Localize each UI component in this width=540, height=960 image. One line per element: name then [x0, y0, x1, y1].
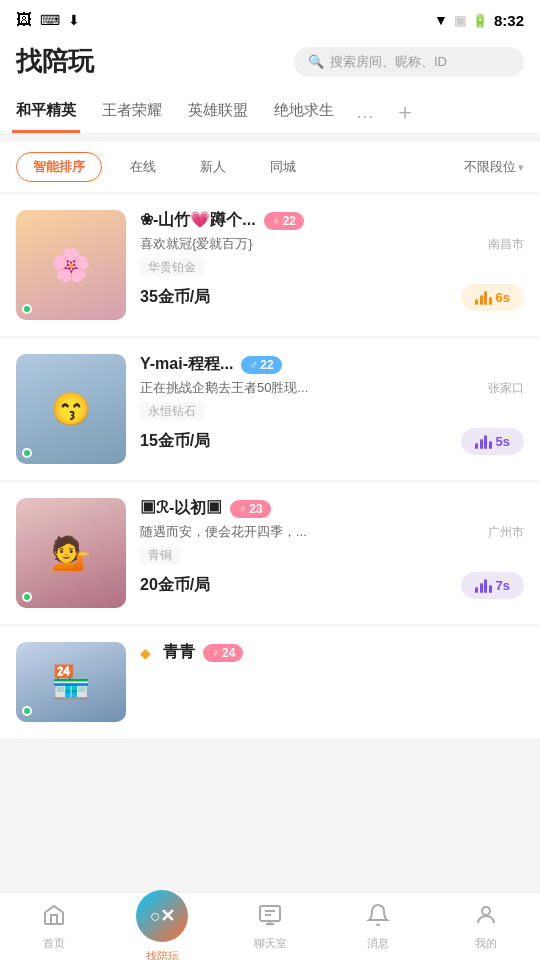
page-title: 找陪玩 [16, 44, 94, 79]
play-btn-1[interactable]: 6s [461, 284, 524, 311]
search-bar[interactable]: 🔍 搜索房间、昵称、ID [294, 47, 524, 77]
price-1: 35金币/局 [140, 287, 210, 308]
nav-find[interactable]: ○✕ 找陪玩 [108, 890, 216, 961]
rank-3: 青铜 [140, 546, 180, 564]
nav-mine[interactable]: 我的 [432, 903, 540, 951]
avatar-img-1: 🌸 [16, 210, 126, 320]
card-desc-2: 正在挑战企鹅去王者50胜现... 张家口 [140, 379, 524, 397]
filter-online[interactable]: 在线 [114, 153, 172, 181]
clock: 8:32 [494, 12, 524, 29]
filter-bar: 智能排序 在线 新人 同城 不限段位 ▾ [0, 142, 540, 192]
location-1: 南昌市 [488, 236, 524, 253]
player-card-4[interactable]: 🏪 ◆ 青青 ♀ 24 [0, 626, 540, 738]
play-time-3: 7s [496, 578, 510, 593]
card-desc-1: 喜欢就冠{爱就百万} 南昌市 [140, 235, 524, 253]
gender-badge-3: ♀ 23 [230, 500, 270, 518]
mine-icon [474, 903, 498, 933]
age-1: 22 [283, 214, 296, 228]
svg-point-1 [482, 907, 490, 915]
game-tabs: 和平精英 王者荣耀 英雄联盟 绝地求生 … ＋ [0, 91, 540, 134]
location-3: 广州市 [488, 524, 524, 541]
player-card-1[interactable]: 🌸 ❀-山竹💗蹲个... ♀ 22 喜欢就冠{爱就百万} 南昌市 华贵铂金 35… [0, 194, 540, 336]
header: 找陪玩 🔍 搜索房间、昵称、ID [0, 36, 540, 91]
status-right-icons: ▼ ▣ 🔋 8:32 [434, 12, 524, 29]
play-btn-2[interactable]: 5s [461, 428, 524, 455]
desc-text-3: 随遇而安，便会花开四季，... [140, 523, 307, 541]
game-tab-add-icon[interactable]: ＋ [394, 97, 416, 127]
game-tab-lol[interactable]: 英雄联盟 [184, 91, 252, 133]
game-tab-pubg[interactable]: 绝地求生 [270, 91, 338, 133]
nav-msg[interactable]: 消息 [324, 903, 432, 951]
gender-badge-1: ♀ 22 [264, 212, 304, 230]
nav-find-icon: ○✕ [150, 905, 174, 927]
status-left-icons: 🖼 ⌨ ⬇ [16, 11, 80, 29]
filter-local[interactable]: 同城 [254, 153, 312, 181]
card-list: 🌸 ❀-山竹💗蹲个... ♀ 22 喜欢就冠{爱就百万} 南昌市 华贵铂金 35… [0, 194, 540, 738]
play-time-2: 5s [496, 434, 510, 449]
wifi-icon: ▼ [434, 12, 448, 28]
female-icon-4: ♀ [211, 646, 220, 660]
player-name-4: 青青 [163, 642, 195, 663]
game-tab-more-icon[interactable]: … [356, 102, 374, 123]
price-3: 20金币/局 [140, 575, 210, 596]
rank-row-2: 永恒钻石 [140, 401, 524, 420]
age-3: 23 [249, 502, 262, 516]
card-info-4: ◆ 青青 ♀ 24 [140, 642, 524, 722]
female-icon-3: ♀ [238, 502, 247, 516]
nav-mine-label: 我的 [475, 936, 497, 951]
download-icon: ⬇ [68, 12, 80, 28]
gender-badge-4: ♀ 24 [203, 644, 243, 662]
wave-icon-1 [475, 291, 492, 305]
battery-icon: 🔋 [472, 13, 488, 28]
game-tab-king[interactable]: 王者荣耀 [98, 91, 166, 133]
nav-chat[interactable]: 聊天室 [216, 903, 324, 951]
search-placeholder: 搜索房间、昵称、ID [330, 53, 447, 71]
avatar-img-2: 😙 [16, 354, 126, 464]
msg-icon [366, 903, 390, 933]
photo-icon: 🖼 [16, 11, 32, 29]
card-info-3: ▣ℛ-以初▣ ♀ 23 随遇而安，便会花开四季，... 广州市 青铜 20金币/… [140, 498, 524, 608]
male-icon-2: ♂ [249, 358, 258, 372]
chat-icon [258, 903, 282, 933]
wave-icon-3 [475, 579, 492, 593]
home-icon [42, 903, 66, 933]
nav-chat-label: 聊天室 [254, 936, 287, 951]
card-desc-3: 随遇而安，便会花开四季，... 广州市 [140, 523, 524, 541]
nav-msg-label: 消息 [367, 936, 389, 951]
card-info-2: Y-mai-程程... ♂ 22 正在挑战企鹅去王者50胜现... 张家口 永恒… [140, 354, 524, 464]
player-name-3: ▣ℛ-以初▣ [140, 498, 222, 519]
desc-text-1: 喜欢就冠{爱就百万} [140, 235, 253, 253]
card-info-1: ❀-山竹💗蹲个... ♀ 22 喜欢就冠{爱就百万} 南昌市 华贵铂金 35金币… [140, 210, 524, 320]
rank-row-3: 青铜 [140, 545, 524, 564]
filter-smart[interactable]: 智能排序 [16, 152, 102, 182]
avatar-1: 🌸 [16, 210, 126, 320]
svg-rect-0 [260, 906, 280, 921]
rank-2: 永恒钻石 [140, 402, 204, 420]
online-indicator-2 [22, 448, 32, 458]
name-row-2: Y-mai-程程... ♂ 22 [140, 354, 524, 375]
avatar-img-3: 💁 [16, 498, 126, 608]
name-row-4: ◆ 青青 ♀ 24 [140, 642, 524, 663]
avatar-img-4: 🏪 [16, 642, 126, 722]
filter-new[interactable]: 新人 [184, 153, 242, 181]
play-btn-3[interactable]: 7s [461, 572, 524, 599]
desc-text-2: 正在挑战企鹅去王者50胜现... [140, 379, 308, 397]
nav-home[interactable]: 首页 [0, 903, 108, 951]
player-card-3[interactable]: 💁 ▣ℛ-以初▣ ♀ 23 随遇而安，便会花开四季，... 广州市 青铜 20金… [0, 482, 540, 624]
female-icon-1: ♀ [272, 214, 281, 228]
signal-icon: ▣ [454, 13, 466, 28]
wave-icon-2 [475, 435, 492, 449]
price-row-1: 35金币/局 6s [140, 284, 524, 311]
price-row-3: 20金币/局 7s [140, 572, 524, 599]
nav-find-center-btn[interactable]: ○✕ [136, 890, 188, 942]
price-2: 15金币/局 [140, 431, 210, 452]
player-card-2[interactable]: 😙 Y-mai-程程... ♂ 22 正在挑战企鹅去王者50胜现... 张家口 … [0, 338, 540, 480]
game-tab-peace[interactable]: 和平精英 [12, 91, 80, 133]
keyboard-icon: ⌨ [40, 12, 60, 28]
age-4: 24 [222, 646, 235, 660]
age-2: 22 [260, 358, 273, 372]
rank-dropdown[interactable]: 不限段位 ▾ [464, 158, 524, 176]
player-name-1: ❀-山竹💗蹲个... [140, 210, 256, 231]
play-time-1: 6s [496, 290, 510, 305]
bottom-nav: 首页 ○✕ 找陪玩 聊天室 消息 [0, 892, 540, 960]
